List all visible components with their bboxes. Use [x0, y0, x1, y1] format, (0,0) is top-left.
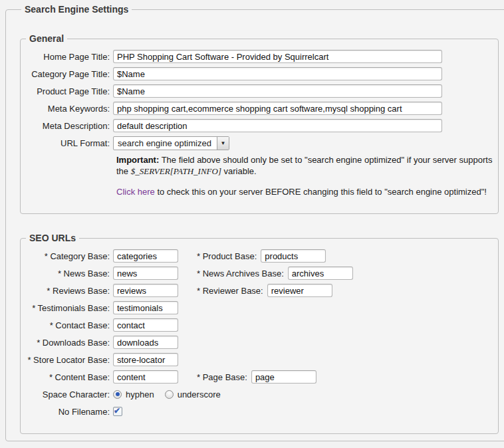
seo-urls-section-title: SEO URLs	[26, 233, 79, 243]
url-format-select[interactable]: search engine optimized ▼	[113, 136, 229, 150]
home-page-title-input[interactable]	[113, 50, 442, 63]
url-format-label: URL Format:	[25, 138, 113, 148]
meta-description-label: Meta Description:	[25, 121, 113, 131]
contact-base-input[interactable]	[113, 318, 178, 332]
space-character-label: Space Character:	[25, 390, 113, 399]
product-base-label: * Product Base:	[197, 251, 261, 261]
no-filename-checkbox[interactable]: ✔	[113, 407, 122, 416]
general-section: General Home Page Title: Category Page T…	[20, 33, 499, 214]
downloads-base-label: * Downloads Base:	[25, 338, 113, 348]
click-here-link[interactable]: Click here	[116, 187, 155, 197]
seo-urls-section: SEO URLs * Category Base: * Product Base…	[20, 233, 499, 434]
form-row: * Reviews Base: * Reviewer Base:	[25, 282, 493, 299]
form-row: * News Base: * News Archives Base:	[25, 265, 493, 282]
form-row: * Content Base: * Page Base:	[25, 368, 493, 386]
dropdown-arrow-icon[interactable]: ▼	[217, 137, 229, 150]
category-page-title-label: Category Page Title:	[25, 69, 113, 79]
form-row: * Contact Base:	[25, 316, 493, 334]
reviews-base-input[interactable]	[113, 284, 178, 297]
note-important-label: Important:	[116, 155, 159, 165]
form-row: Home Page Title:	[25, 48, 493, 65]
store-locator-base-label: * Store Locator Base:	[25, 355, 113, 365]
category-base-label: * Category Base:	[25, 251, 113, 261]
page-base-label: * Page Base:	[197, 372, 251, 382]
form-row: Space Character: hyphen underscore	[25, 386, 493, 403]
news-archives-base-label: * News Archives Base:	[197, 269, 288, 279]
product-base-input[interactable]	[261, 249, 326, 263]
content-base-label: * Content Base:	[25, 372, 113, 382]
form-row: Product Page Title:	[25, 82, 493, 100]
meta-keywords-label: Meta Keywords:	[25, 104, 113, 114]
form-row: * Testimonials Base:	[25, 299, 493, 316]
url-format-note: Important: The field above should only b…	[116, 154, 493, 177]
form-row: No Filename: ✔	[25, 403, 493, 420]
reviewer-base-label: * Reviewer Base:	[197, 286, 267, 296]
category-page-title-input[interactable]	[113, 67, 442, 80]
page-title: Search Engine Settings	[21, 4, 132, 15]
category-base-input[interactable]	[113, 249, 178, 263]
hyphen-option-label[interactable]: hyphen	[126, 390, 154, 399]
server-check-line: Click here to check this on your server …	[116, 186, 493, 197]
no-filename-label: No Filename:	[25, 407, 113, 417]
testimonials-base-input[interactable]	[113, 301, 178, 314]
news-base-input[interactable]	[113, 267, 178, 280]
url-format-selected-value: search engine optimized	[114, 137, 217, 150]
meta-description-input[interactable]	[113, 119, 442, 132]
form-row: URL Format: search engine optimized ▼	[25, 134, 493, 152]
note-text-part2: variable.	[221, 166, 257, 176]
news-archives-base-input[interactable]	[288, 267, 353, 280]
search-engine-settings-section: Search Engine Settings General Home Page…	[5, 4, 504, 441]
testimonials-base-label: * Testimonials Base:	[25, 303, 113, 313]
product-page-title-input[interactable]	[113, 84, 442, 98]
server-check-text: to check this on your server BEFORE chan…	[155, 187, 487, 197]
store-locator-base-input[interactable]	[113, 353, 178, 366]
note-code-path-info: $_SERVER[PATH_INFO]	[131, 166, 221, 176]
space-character-hyphen-radio[interactable]	[113, 390, 122, 399]
content-base-input[interactable]	[113, 370, 178, 384]
downloads-base-input[interactable]	[113, 336, 178, 349]
underscore-option-label[interactable]: underscore	[178, 390, 221, 399]
space-character-underscore-radio[interactable]	[165, 390, 174, 399]
form-row: Category Page Title:	[25, 65, 493, 82]
home-page-title-label: Home Page Title:	[25, 52, 113, 62]
form-row: * Category Base: * Product Base:	[25, 247, 493, 265]
news-base-label: * News Base:	[25, 269, 113, 279]
contact-base-label: * Contact Base:	[25, 320, 113, 330]
form-row: Meta Keywords:	[25, 100, 493, 117]
form-row: * Store Locator Base:	[25, 351, 493, 368]
reviews-base-label: * Reviews Base:	[25, 286, 113, 296]
check-icon: ✔	[114, 406, 120, 415]
product-page-title-label: Product Page Title:	[25, 86, 113, 96]
form-row: Meta Description:	[25, 117, 493, 134]
general-section-title: General	[26, 33, 67, 44]
page-base-input[interactable]	[251, 370, 316, 384]
meta-keywords-input[interactable]	[113, 102, 442, 115]
reviewer-base-input[interactable]	[267, 284, 332, 297]
form-row: * Downloads Base:	[25, 334, 493, 351]
